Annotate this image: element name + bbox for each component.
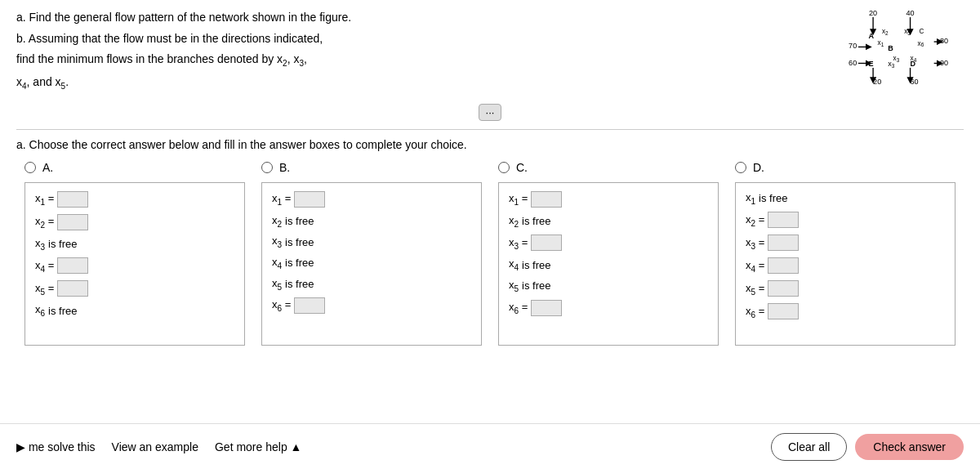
svg-text:B: B (888, 44, 893, 52)
var-row: x4 = (746, 257, 945, 274)
option-a-col: A. x1 = x2 = x3 is free x4 = (16, 161, 253, 346)
var-row: x2 = (746, 212, 945, 228)
option-b-col: B. x1 = x2 is free x3 is free x4 is free (253, 161, 490, 346)
d-x5-input[interactable] (768, 280, 799, 297)
c-x1-input[interactable] (531, 191, 562, 208)
radio-d[interactable] (735, 162, 746, 173)
question-b2: find the minimum flows in the branches d… (16, 51, 351, 69)
var-row: x2 is free (509, 214, 708, 229)
a-x2-input[interactable] (57, 214, 88, 230)
question-b1: b. Assuming that the flow must be in the… (16, 31, 351, 47)
d-x3-input[interactable] (768, 234, 799, 251)
c-x6-input[interactable] (531, 300, 562, 316)
option-c-text: C. (516, 161, 528, 174)
var-row: x3 = (509, 234, 708, 251)
var-row: x3 is free (35, 237, 234, 252)
svg-text:60: 60 (849, 59, 857, 67)
view-example-button[interactable]: View an example (112, 440, 198, 453)
option-b-box: x1 = x2 is free x3 is free x4 is free x5 (261, 182, 482, 346)
var-row: x1 is free (746, 191, 945, 206)
var-row: x3 is free (272, 234, 471, 249)
bottom-left: ▶ me solve this View an example Get more… (16, 440, 301, 453)
check-answer-button[interactable]: Check answer (855, 434, 964, 460)
diagram-svg: 20 40 A x2 x5 C 70 B x6 8 (800, 10, 964, 92)
var-row: x2 = (35, 214, 234, 230)
b-x6-input[interactable] (294, 297, 325, 314)
radio-b[interactable] (261, 162, 273, 173)
divider (16, 129, 964, 130)
radio-a[interactable] (24, 162, 36, 173)
a-x5-input[interactable] (57, 280, 88, 297)
d-x6-input[interactable] (768, 303, 799, 319)
a-x4-input[interactable] (57, 257, 88, 274)
svg-text:80: 80 (940, 37, 948, 45)
a-x1-input[interactable] (57, 191, 88, 208)
svg-text:60: 60 (911, 78, 919, 86)
d-x4-input[interactable] (768, 257, 799, 274)
svg-text:20: 20 (869, 10, 877, 17)
option-c-col: C. x1 = x2 is free x3 = x4 is free (490, 161, 727, 346)
options-row: A. x1 = x2 = x3 is free x4 = (16, 161, 964, 346)
svg-text:90: 90 (940, 59, 948, 67)
var-row: x5 is free (509, 279, 708, 293)
option-a-text: A. (42, 161, 53, 174)
svg-text:20: 20 (873, 78, 881, 86)
svg-text:40: 40 (906, 10, 914, 17)
bottom-bar: ▶ me solve this View an example Get more… (0, 423, 980, 469)
question-a: a. Find the general flow pattern of the … (16, 10, 351, 26)
svg-text:x6: x6 (918, 40, 924, 48)
question-b3: x4, and x5. (16, 74, 351, 92)
option-a-label[interactable]: A. (24, 161, 245, 174)
var-row: x1 = (272, 191, 471, 208)
svg-text:70: 70 (849, 42, 857, 50)
b-x1-input[interactable] (294, 191, 325, 208)
var-row: x4 = (35, 257, 234, 274)
var-row: x3 = (746, 234, 945, 251)
var-row: x6 is free (35, 303, 234, 318)
option-b-label[interactable]: B. (261, 161, 482, 174)
var-row: x5 = (746, 280, 945, 297)
option-a-box: x1 = x2 = x3 is free x4 = x5 = (24, 182, 245, 346)
option-d-label[interactable]: D. (735, 161, 956, 174)
option-d-text: D. (753, 161, 764, 174)
var-row: x4 is free (509, 257, 708, 272)
option-c-label[interactable]: C. (498, 161, 719, 174)
var-row: x6 = (509, 300, 708, 316)
ellipsis-button[interactable]: ··· (479, 104, 502, 121)
get-more-help-button[interactable]: Get more help ▲ (215, 440, 301, 453)
option-c-box: x1 = x2 is free x3 = x4 is free x5 i (498, 182, 719, 346)
var-row: x4 is free (272, 256, 471, 270)
question-text: a. Find the general flow pattern of the … (16, 10, 351, 97)
var-row: x6 = (272, 297, 471, 314)
bottom-right: Clear all Check answer (771, 433, 964, 461)
svg-text:D: D (911, 60, 916, 68)
var-row: x2 is free (272, 214, 471, 229)
choose-instruction: a. Choose the correct answer below and f… (16, 138, 964, 151)
option-d-box: x1 is free x2 = x3 = x4 = x5 = (735, 182, 956, 346)
var-row: x5 is free (272, 277, 471, 292)
clear-all-button[interactable]: Clear all (771, 433, 847, 461)
svg-text:A: A (869, 32, 875, 40)
network-diagram: 20 40 A x2 x5 C 70 B x6 8 (800, 10, 964, 94)
option-b-text: B. (279, 161, 290, 174)
radio-c[interactable] (498, 162, 510, 173)
var-row: x1 = (35, 191, 234, 208)
svg-text:x3: x3 (893, 55, 900, 63)
help-me-solve-button[interactable]: ▶ me solve this (16, 440, 96, 453)
var-row: x5 = (35, 280, 234, 297)
svg-text:x2: x2 (882, 28, 889, 36)
svg-text:C: C (919, 28, 924, 35)
var-row: x1 = (509, 191, 708, 208)
c-x3-input[interactable] (531, 234, 562, 251)
option-d-col: D. x1 is free x2 = x3 = x4 = (727, 161, 964, 346)
svg-text:x1: x1 (878, 39, 884, 47)
d-x2-input[interactable] (768, 212, 799, 228)
var-row: x6 = (746, 303, 945, 319)
svg-text:E: E (869, 60, 874, 68)
